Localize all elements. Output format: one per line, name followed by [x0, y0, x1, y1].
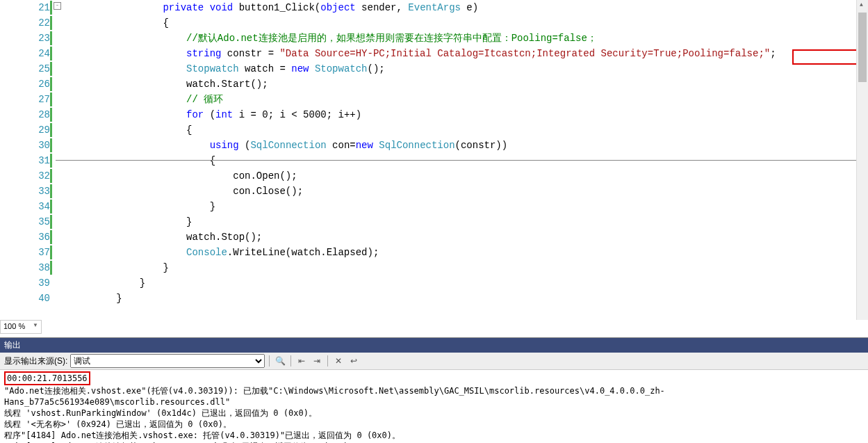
- code-line[interactable]: Console.WriteLine(watch.Elapsed);: [69, 245, 868, 260]
- output-panel-title: 输出: [0, 338, 868, 353]
- line-number: 23: [0, 31, 50, 46]
- toolbar-separator: [327, 355, 328, 367]
- line-number: 33: [0, 184, 50, 199]
- modification-marker: [50, 200, 52, 214]
- line-number: 30: [0, 138, 50, 153]
- code-line[interactable]: }: [69, 214, 868, 229]
- line-number-gutter: 21-2223242526272829303132333435363738394…: [0, 0, 56, 334]
- modification-marker: [50, 31, 52, 45]
- code-editor[interactable]: 21-2223242526272829303132333435363738394…: [0, 0, 868, 334]
- code-line[interactable]: watch.Stop();: [69, 229, 868, 245]
- code-line[interactable]: con.Close();: [69, 184, 868, 199]
- code-line[interactable]: watch.Start();: [69, 76, 868, 92]
- code-line[interactable]: private void button1_Click(object sender…: [69, 0, 868, 15]
- toolbar-separator: [290, 355, 291, 367]
- code-line[interactable]: }: [69, 275, 868, 291]
- code-line[interactable]: Stopwatch watch = new Stopwatch();: [69, 61, 868, 76]
- code-line[interactable]: // 循环: [69, 92, 868, 107]
- code-line[interactable]: //默认Ado.net连接池是启用的，如果想禁用则需要在连接字符串中配置：Poo…: [69, 31, 868, 46]
- line-number: 39: [0, 275, 50, 291]
- modification-marker: [50, 245, 52, 259]
- output-body[interactable]: 00:00:21.7013556 "Ado.net连接池相关.vshost.ex…: [0, 370, 868, 443]
- code-line[interactable]: {: [69, 15, 868, 31]
- prev-icon[interactable]: ⇤: [295, 355, 308, 367]
- line-number: 36: [0, 229, 50, 245]
- code-line[interactable]: }: [69, 291, 868, 306]
- modification-marker: [50, 123, 52, 137]
- line-number: 26: [0, 76, 50, 92]
- modification-marker: [50, 108, 52, 122]
- line-number: 27: [0, 92, 50, 107]
- code-line[interactable]: con.Open();: [69, 168, 868, 184]
- modification-marker: [50, 77, 52, 91]
- zoom-level-dropdown[interactable]: 100 %: [0, 320, 42, 334]
- output-line: 线程 'vshost.RunParkingWindow' (0x1d4c) 已退…: [4, 408, 864, 419]
- modification-marker: [50, 62, 52, 76]
- elapsed-time-highlight: 00:00:21.7013556: [4, 371, 90, 385]
- line-number: 29: [0, 122, 50, 138]
- line-number: 35: [0, 214, 50, 229]
- code-line[interactable]: }: [69, 260, 868, 275]
- modification-marker: [50, 92, 52, 106]
- line-number: 24: [0, 46, 50, 61]
- line-number: 22: [0, 15, 50, 31]
- modification-marker: [50, 1, 52, 15]
- line-number: 32: [0, 168, 50, 184]
- output-source-label: 显示输出来源(S):: [4, 355, 67, 367]
- code-line[interactable]: string constr = "Data Source=HY-PC;Initi…: [69, 46, 868, 61]
- clear-icon[interactable]: ✕: [332, 355, 345, 367]
- modification-marker: [50, 154, 52, 168]
- line-number: 25: [0, 61, 50, 76]
- modification-marker: [50, 47, 52, 61]
- editor-split-line: [56, 160, 868, 161]
- output-toolbar: 显示输出来源(S): 调试 🔍 ⇤ ⇥ ✕ ↩: [0, 353, 868, 370]
- output-line: "Ado.net连接池相关.vshost.exe"(托管(v4.0.30319)…: [4, 385, 864, 408]
- line-number: 37: [0, 245, 50, 260]
- line-number: 38: [0, 260, 50, 275]
- output-line: 程序"[4184] Ado.net连接池相关.vshost.exe: 托管(v4…: [4, 430, 864, 441]
- output-source-select[interactable]: 调试: [70, 354, 265, 368]
- code-line[interactable]: {: [69, 153, 868, 168]
- modification-marker: [50, 16, 52, 30]
- line-number: 34: [0, 199, 50, 214]
- code-line[interactable]: {: [69, 122, 868, 138]
- modification-marker: [50, 230, 52, 244]
- code-content[interactable]: private void button1_Click(object sender…: [56, 0, 868, 334]
- modification-marker: [50, 261, 52, 275]
- line-number: 21-: [0, 0, 50, 15]
- line-number: 31: [0, 153, 50, 168]
- toolbar-separator: [269, 355, 270, 367]
- output-line: 线程 '<无名称>' (0x924) 已退出，返回值为 0 (0x0)。: [4, 419, 864, 430]
- code-line[interactable]: for (int i = 0; i < 5000; i++): [69, 107, 868, 122]
- find-icon[interactable]: 🔍: [274, 355, 286, 367]
- next-icon[interactable]: ⇥: [311, 355, 323, 367]
- code-line[interactable]: using (SqlConnection con=new SqlConnecti…: [69, 138, 868, 153]
- modification-marker: [50, 184, 52, 198]
- vertical-scrollbar[interactable]: [856, 0, 868, 320]
- modification-marker: [50, 169, 52, 183]
- line-number: 40: [0, 291, 50, 306]
- code-line[interactable]: }: [69, 199, 868, 214]
- modification-marker: [50, 215, 52, 229]
- line-number: 28: [0, 107, 50, 122]
- output-panel: 输出 显示输出来源(S): 调试 🔍 ⇤ ⇥ ✕ ↩ 00:00:21.7013…: [0, 337, 868, 443]
- modification-marker: [50, 138, 52, 152]
- wrap-icon[interactable]: ↩: [347, 355, 360, 367]
